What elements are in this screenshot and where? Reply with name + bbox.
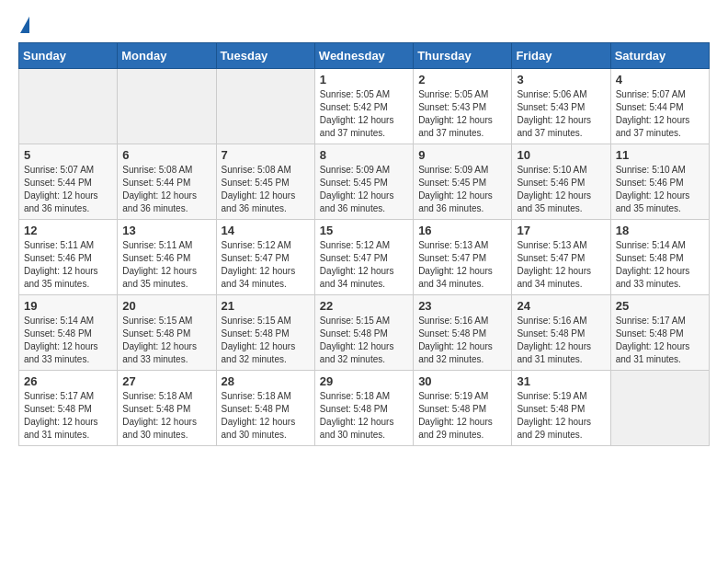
day-number: 10: [517, 148, 605, 162]
logo-icon: [20, 17, 29, 33]
day-number: 22: [320, 299, 408, 313]
day-number: 9: [418, 148, 506, 162]
calendar-cell: 31Sunrise: 5:19 AM Sunset: 5:48 PM Dayli…: [512, 371, 610, 446]
day-info: Sunrise: 5:08 AM Sunset: 5:44 PM Dayligh…: [122, 164, 210, 215]
calendar-cell: 4Sunrise: 5:07 AM Sunset: 5:44 PM Daylig…: [610, 69, 709, 144]
calendar-cell: 23Sunrise: 5:16 AM Sunset: 5:48 PM Dayli…: [414, 295, 512, 371]
day-number: 15: [320, 224, 408, 237]
calendar-cell: 10Sunrise: 5:10 AM Sunset: 5:46 PM Dayli…: [512, 144, 610, 220]
day-number: 23: [418, 299, 506, 313]
calendar-cell: 7Sunrise: 5:08 AM Sunset: 5:45 PM Daylig…: [216, 144, 314, 220]
day-number: 19: [24, 299, 112, 313]
calendar-table: SundayMondayTuesdayWednesdayThursdayFrid…: [18, 42, 710, 446]
day-info: Sunrise: 5:16 AM Sunset: 5:48 PM Dayligh…: [418, 315, 506, 366]
day-info: Sunrise: 5:07 AM Sunset: 5:44 PM Dayligh…: [24, 164, 112, 215]
day-number: 21: [222, 299, 310, 313]
day-number: 24: [517, 299, 605, 313]
calendar-week-2: 5Sunrise: 5:07 AM Sunset: 5:44 PM Daylig…: [19, 144, 710, 220]
calendar-cell: 11Sunrise: 5:10 AM Sunset: 5:46 PM Dayli…: [610, 144, 709, 220]
day-number: 26: [24, 374, 112, 388]
day-info: Sunrise: 5:17 AM Sunset: 5:48 PM Dayligh…: [616, 315, 704, 366]
day-number: 12: [24, 224, 112, 237]
day-number: 3: [517, 73, 605, 86]
day-number: 13: [122, 224, 210, 237]
day-info: Sunrise: 5:05 AM Sunset: 5:42 PM Dayligh…: [320, 88, 408, 140]
logo: [18, 18, 29, 33]
day-info: Sunrise: 5:11 AM Sunset: 5:46 PM Dayligh…: [24, 239, 112, 291]
calendar-cell: 27Sunrise: 5:18 AM Sunset: 5:48 PM Dayli…: [118, 371, 216, 446]
calendar-cell: 21Sunrise: 5:15 AM Sunset: 5:48 PM Dayli…: [216, 295, 314, 371]
day-number: 30: [418, 374, 506, 388]
day-number: 7: [222, 148, 310, 162]
day-info: Sunrise: 5:18 AM Sunset: 5:48 PM Dayligh…: [222, 390, 310, 442]
day-number: 2: [418, 73, 506, 86]
day-info: Sunrise: 5:08 AM Sunset: 5:45 PM Dayligh…: [222, 164, 310, 215]
day-number: 20: [122, 299, 210, 313]
calendar-cell: 14Sunrise: 5:12 AM Sunset: 5:47 PM Dayli…: [216, 220, 314, 295]
day-info: Sunrise: 5:11 AM Sunset: 5:46 PM Dayligh…: [122, 239, 210, 291]
calendar-week-4: 19Sunrise: 5:14 AM Sunset: 5:48 PM Dayli…: [19, 295, 710, 371]
column-header-saturday: Saturday: [610, 43, 709, 69]
calendar-cell: 29Sunrise: 5:18 AM Sunset: 5:48 PM Dayli…: [314, 371, 413, 446]
day-number: 16: [418, 224, 506, 237]
calendar-cell: 13Sunrise: 5:11 AM Sunset: 5:46 PM Dayli…: [118, 220, 216, 295]
calendar-header-row: SundayMondayTuesdayWednesdayThursdayFrid…: [19, 43, 710, 69]
calendar-cell: 22Sunrise: 5:15 AM Sunset: 5:48 PM Dayli…: [314, 295, 413, 371]
day-number: 6: [122, 148, 210, 162]
calendar-cell: 18Sunrise: 5:14 AM Sunset: 5:48 PM Dayli…: [610, 220, 709, 295]
day-info: Sunrise: 5:15 AM Sunset: 5:48 PM Dayligh…: [222, 315, 310, 366]
calendar-cell: [610, 371, 709, 446]
day-info: Sunrise: 5:18 AM Sunset: 5:48 PM Dayligh…: [320, 390, 408, 442]
day-number: 17: [517, 224, 605, 237]
day-number: 14: [222, 224, 310, 237]
day-info: Sunrise: 5:06 AM Sunset: 5:43 PM Dayligh…: [517, 88, 605, 140]
calendar-cell: [118, 69, 216, 144]
day-info: Sunrise: 5:14 AM Sunset: 5:48 PM Dayligh…: [616, 239, 704, 291]
day-number: 11: [616, 148, 704, 162]
calendar-cell: 1Sunrise: 5:05 AM Sunset: 5:42 PM Daylig…: [314, 69, 413, 144]
day-number: 18: [616, 224, 704, 237]
day-number: 28: [222, 374, 310, 388]
column-header-wednesday: Wednesday: [314, 43, 413, 69]
day-number: 5: [24, 148, 112, 162]
day-info: Sunrise: 5:18 AM Sunset: 5:48 PM Dayligh…: [122, 390, 210, 442]
calendar-cell: 17Sunrise: 5:13 AM Sunset: 5:47 PM Dayli…: [512, 220, 610, 295]
calendar-cell: 20Sunrise: 5:15 AM Sunset: 5:48 PM Dayli…: [118, 295, 216, 371]
calendar-cell: 25Sunrise: 5:17 AM Sunset: 5:48 PM Dayli…: [610, 295, 709, 371]
calendar-cell: 28Sunrise: 5:18 AM Sunset: 5:48 PM Dayli…: [216, 371, 314, 446]
day-number: 4: [616, 73, 704, 86]
day-info: Sunrise: 5:16 AM Sunset: 5:48 PM Dayligh…: [517, 315, 605, 366]
calendar-cell: 30Sunrise: 5:19 AM Sunset: 5:48 PM Dayli…: [414, 371, 512, 446]
day-info: Sunrise: 5:09 AM Sunset: 5:45 PM Dayligh…: [320, 164, 408, 215]
day-info: Sunrise: 5:19 AM Sunset: 5:48 PM Dayligh…: [517, 390, 605, 442]
column-header-tuesday: Tuesday: [216, 43, 314, 69]
calendar-cell: [19, 69, 118, 144]
column-header-friday: Friday: [512, 43, 610, 69]
column-header-monday: Monday: [118, 43, 216, 69]
calendar-cell: 5Sunrise: 5:07 AM Sunset: 5:44 PM Daylig…: [19, 144, 118, 220]
day-number: 25: [616, 299, 704, 313]
day-number: 8: [320, 148, 408, 162]
day-info: Sunrise: 5:10 AM Sunset: 5:46 PM Dayligh…: [517, 164, 605, 215]
day-info: Sunrise: 5:12 AM Sunset: 5:47 PM Dayligh…: [222, 239, 310, 291]
calendar-cell: 19Sunrise: 5:14 AM Sunset: 5:48 PM Dayli…: [19, 295, 118, 371]
calendar-cell: 12Sunrise: 5:11 AM Sunset: 5:46 PM Dayli…: [19, 220, 118, 295]
calendar-cell: 8Sunrise: 5:09 AM Sunset: 5:45 PM Daylig…: [314, 144, 413, 220]
day-info: Sunrise: 5:13 AM Sunset: 5:47 PM Dayligh…: [517, 239, 605, 291]
calendar-week-5: 26Sunrise: 5:17 AM Sunset: 5:48 PM Dayli…: [19, 371, 710, 446]
day-info: Sunrise: 5:19 AM Sunset: 5:48 PM Dayligh…: [418, 390, 506, 442]
day-info: Sunrise: 5:12 AM Sunset: 5:47 PM Dayligh…: [320, 239, 408, 291]
calendar-cell: 6Sunrise: 5:08 AM Sunset: 5:44 PM Daylig…: [118, 144, 216, 220]
calendar-week-3: 12Sunrise: 5:11 AM Sunset: 5:46 PM Dayli…: [19, 220, 710, 295]
day-info: Sunrise: 5:10 AM Sunset: 5:46 PM Dayligh…: [616, 164, 704, 215]
calendar-week-1: 1Sunrise: 5:05 AM Sunset: 5:42 PM Daylig…: [19, 69, 710, 144]
calendar-cell: 16Sunrise: 5:13 AM Sunset: 5:47 PM Dayli…: [414, 220, 512, 295]
column-header-thursday: Thursday: [414, 43, 512, 69]
day-info: Sunrise: 5:07 AM Sunset: 5:44 PM Dayligh…: [616, 88, 704, 140]
day-info: Sunrise: 5:15 AM Sunset: 5:48 PM Dayligh…: [122, 315, 210, 366]
day-info: Sunrise: 5:14 AM Sunset: 5:48 PM Dayligh…: [24, 315, 112, 366]
calendar-cell: 3Sunrise: 5:06 AM Sunset: 5:43 PM Daylig…: [512, 69, 610, 144]
day-number: 27: [122, 374, 210, 388]
page-header: [18, 18, 710, 33]
day-number: 29: [320, 374, 408, 388]
